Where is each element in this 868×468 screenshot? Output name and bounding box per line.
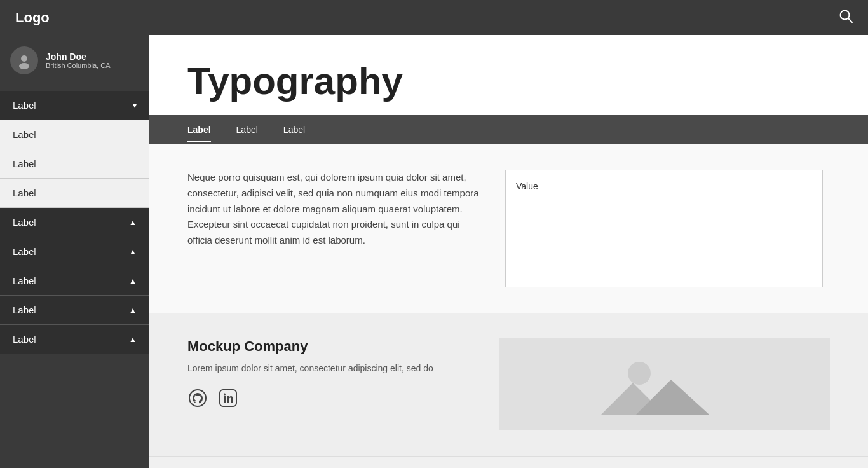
social-icons xyxy=(187,388,474,408)
sidebar-item-8[interactable]: Label ▲ xyxy=(0,296,149,325)
sidebar-nav: Label ▾ Label Label Label Label ▲ Label … xyxy=(0,91,149,354)
sidebar-item-7[interactable]: Label ▲ xyxy=(0,266,149,296)
linkedin-icon[interactable] xyxy=(218,388,238,408)
sidebar-item-label: Label xyxy=(13,100,36,111)
chevron-up-icon: ▲ xyxy=(129,247,137,256)
svg-line-1 xyxy=(848,18,852,22)
svg-rect-6 xyxy=(224,396,226,403)
svg-point-3 xyxy=(19,63,29,69)
chevron-down-icon: ▾ xyxy=(133,101,137,110)
bottom-footer: © 2020 Mockup. All Rights Reserved. Priv… xyxy=(149,456,868,468)
user-location: British Columbia, CA xyxy=(46,62,110,69)
company-name: Mockup Company xyxy=(187,338,474,355)
sidebar-item-3[interactable]: Label xyxy=(0,149,149,179)
sidebar-item-1[interactable]: Label ▾ xyxy=(0,91,149,120)
search-icon[interactable] xyxy=(839,9,853,26)
footer-section: Mockup Company Lorem ipsum dolor sit ame… xyxy=(149,313,868,456)
sidebar-item-2[interactable]: Label xyxy=(0,120,149,149)
svg-point-7 xyxy=(224,394,226,396)
github-icon[interactable] xyxy=(187,388,208,408)
sidebar-item-6[interactable]: Label ▲ xyxy=(0,237,149,266)
tab-label-3[interactable]: Label xyxy=(271,117,318,142)
user-icon xyxy=(16,52,32,69)
sidebar-item-label: Label xyxy=(13,188,36,198)
sidebar-item-9[interactable]: Label ▲ xyxy=(0,325,149,354)
page-title: Typography xyxy=(187,60,830,102)
sidebar-item-label: Label xyxy=(13,275,36,286)
sidebar-item-label: Label xyxy=(13,305,36,315)
chevron-up-icon: ▲ xyxy=(129,335,137,344)
chevron-up-icon: ▲ xyxy=(129,306,137,315)
tab-label-1[interactable]: Label xyxy=(187,117,224,142)
top-navbar: Logo xyxy=(0,0,868,35)
sidebar-item-4[interactable]: Label xyxy=(0,179,149,208)
sidebar: John Doe British Columbia, CA Label ▾ La… xyxy=(0,35,149,468)
content-box: Value xyxy=(505,170,823,287)
sidebar-item-label: Label xyxy=(13,158,36,169)
user-info: John Doe British Columbia, CA xyxy=(46,52,110,69)
tab-label-2[interactable]: Label xyxy=(224,117,271,142)
footer-company: Mockup Company Lorem ipsum dolor sit ame… xyxy=(187,338,474,408)
sidebar-item-5[interactable]: Label ▲ xyxy=(0,208,149,237)
content-area: Typography Label Label Label Neque porro… xyxy=(149,35,868,468)
sidebar-user: John Doe British Columbia, CA xyxy=(0,35,149,86)
svg-point-4 xyxy=(189,390,206,406)
main-layout: John Doe British Columbia, CA Label ▾ La… xyxy=(0,35,868,468)
sidebar-item-label: Label xyxy=(13,217,36,228)
page-header: Typography xyxy=(149,35,868,115)
body-text: Neque porro quisquam est, qui dolorem ip… xyxy=(187,170,480,249)
svg-point-2 xyxy=(21,55,27,62)
box-value: Value xyxy=(516,181,538,191)
svg-point-9 xyxy=(628,362,651,385)
chevron-up-icon: ▲ xyxy=(129,277,137,286)
logo: Logo xyxy=(15,10,50,26)
main-content: Neque porro quisquam est, qui dolorem ip… xyxy=(149,144,868,313)
svg-rect-8 xyxy=(499,338,830,430)
company-desc: Lorem ipsum dolor sit amet, consectetur … xyxy=(187,361,474,375)
sidebar-item-label: Label xyxy=(13,246,36,257)
chevron-up-icon: ▲ xyxy=(129,218,137,227)
tabs-bar: Label Label Label xyxy=(149,115,868,144)
avatar xyxy=(10,46,38,74)
sidebar-item-label: Label xyxy=(13,334,36,345)
sidebar-item-label: Label xyxy=(13,129,36,140)
image-placeholder xyxy=(499,338,830,430)
user-name: John Doe xyxy=(46,52,110,62)
